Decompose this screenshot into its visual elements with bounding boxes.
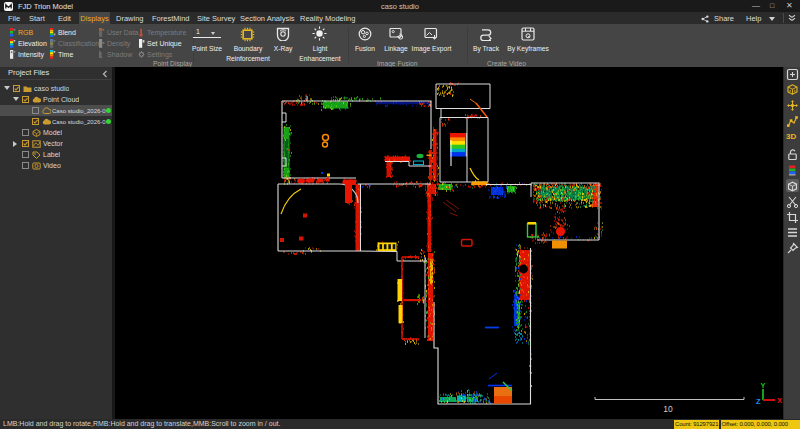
svg-text:Z: Z bbox=[756, 397, 761, 406]
svg-text:Y: Y bbox=[760, 381, 765, 390]
svg-text:X: X bbox=[777, 396, 782, 405]
svg-text:10: 10 bbox=[663, 404, 673, 414]
